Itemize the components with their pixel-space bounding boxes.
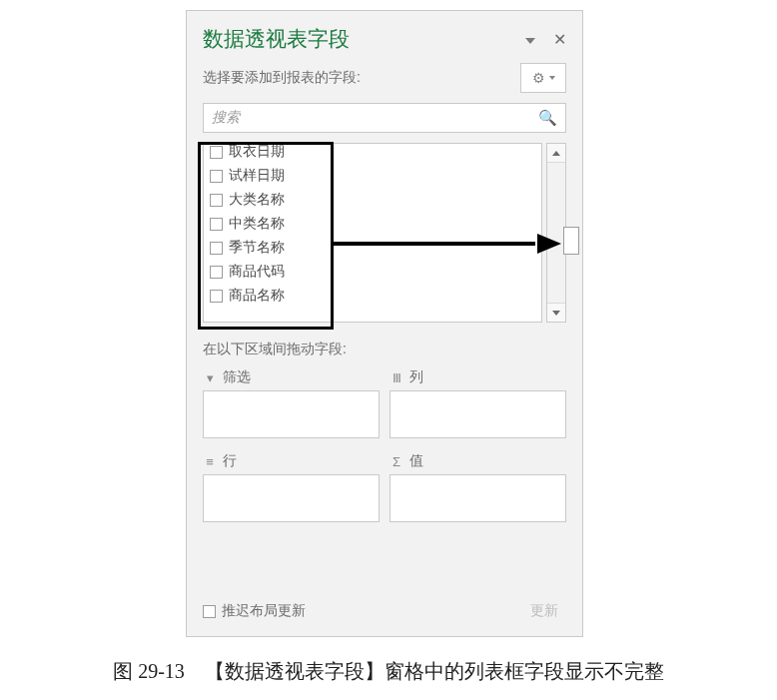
triangle-up-icon [552, 151, 560, 156]
field-item[interactable]: 取衣日期 [210, 143, 535, 164]
checkbox[interactable] [210, 170, 223, 183]
field-item[interactable]: 商品名称 [210, 284, 535, 308]
field-item[interactable]: 大类名称 [210, 188, 535, 212]
scroll-up-button[interactable] [547, 144, 565, 163]
field-label: 大类名称 [229, 191, 285, 209]
dropzones: ▾ 筛选 Ⅲ 列 ≡ 行 Σ [203, 368, 566, 522]
triangle-down-icon [552, 311, 560, 316]
columns-label: 列 [409, 368, 423, 386]
sigma-icon: Σ [389, 454, 403, 469]
choose-fields-label: 选择要添加到报表的字段: [203, 69, 361, 87]
filter-zone: ▾ 筛选 [203, 368, 380, 438]
field-label: 试样日期 [229, 167, 285, 185]
values-zone: Σ 值 [389, 452, 566, 522]
checkbox[interactable] [210, 242, 223, 255]
values-label: 值 [409, 452, 423, 470]
defer-layout-checkbox[interactable]: 推迟布局更新 [203, 602, 306, 620]
chevron-down-icon [549, 76, 555, 80]
filter-label: 筛选 [223, 368, 251, 386]
checkbox[interactable] [210, 266, 223, 279]
columns-zone: Ⅲ 列 [389, 368, 566, 438]
field-label: 取衣日期 [229, 143, 285, 161]
field-list-container: 取衣日期 试样日期 大类名称 中类名称 季节名称 [203, 143, 566, 323]
field-label: 商品代码 [229, 263, 285, 281]
filter-header: ▾ 筛选 [203, 368, 380, 386]
footer-row: 推迟布局更新 更新 [203, 598, 566, 624]
rows-zone: ≡ 行 [203, 452, 380, 522]
search-placeholder: 搜索 [212, 109, 240, 127]
checkbox[interactable] [210, 146, 223, 159]
columns-icon: Ⅲ [389, 370, 403, 385]
scroll-down-button[interactable] [547, 303, 565, 322]
field-label: 中类名称 [229, 215, 285, 233]
checkbox[interactable] [210, 290, 223, 303]
field-item[interactable]: 季节名称 [210, 236, 535, 260]
values-dropbox[interactable] [389, 474, 566, 522]
subtitle-row: 选择要添加到报表的字段: ⚙ [187, 59, 582, 103]
rows-label: 行 [223, 452, 237, 470]
search-icon: 🔍 [538, 109, 557, 127]
rows-dropbox[interactable] [203, 474, 380, 522]
pane-header: 数据透视表字段 ✕ [187, 11, 582, 59]
pane-title: 数据透视表字段 [203, 25, 350, 53]
update-button[interactable]: 更新 [522, 598, 566, 624]
checkbox[interactable] [210, 194, 223, 207]
figure-caption: 图 29-13 【数据透视表字段】窗格中的列表框字段显示不完整 [0, 658, 777, 685]
field-item[interactable]: 商品代码 [210, 260, 535, 284]
dropdown-icon[interactable] [525, 30, 535, 48]
pivot-fields-pane: 数据透视表字段 ✕ 选择要添加到报表的字段: ⚙ 搜索 🔍 取衣日期 [186, 10, 583, 637]
rows-header: ≡ 行 [203, 452, 380, 470]
pane-controls: ✕ [525, 30, 566, 49]
filter-icon: ▾ [203, 370, 217, 385]
columns-dropbox[interactable] [389, 390, 566, 438]
filter-dropbox[interactable] [203, 390, 380, 438]
field-item[interactable]: 中类名称 [210, 212, 535, 236]
scrollbar[interactable] [546, 143, 566, 323]
values-header: Σ 值 [389, 452, 566, 470]
gear-icon: ⚙ [532, 70, 545, 86]
close-icon[interactable]: ✕ [553, 30, 566, 49]
defer-label: 推迟布局更新 [222, 602, 306, 620]
field-label: 季节名称 [229, 239, 285, 257]
field-list[interactable]: 取衣日期 试样日期 大类名称 中类名称 季节名称 [203, 143, 542, 323]
drag-instruction: 在以下区域间拖动字段: [203, 341, 566, 358]
checkbox[interactable] [203, 605, 216, 618]
field-label: 商品名称 [229, 287, 285, 305]
settings-button[interactable]: ⚙ [520, 63, 566, 93]
rows-icon: ≡ [203, 454, 217, 469]
checkbox[interactable] [210, 218, 223, 231]
columns-header: Ⅲ 列 [389, 368, 566, 386]
field-item[interactable]: 试样日期 [210, 164, 535, 188]
search-input[interactable]: 搜索 🔍 [203, 103, 566, 133]
